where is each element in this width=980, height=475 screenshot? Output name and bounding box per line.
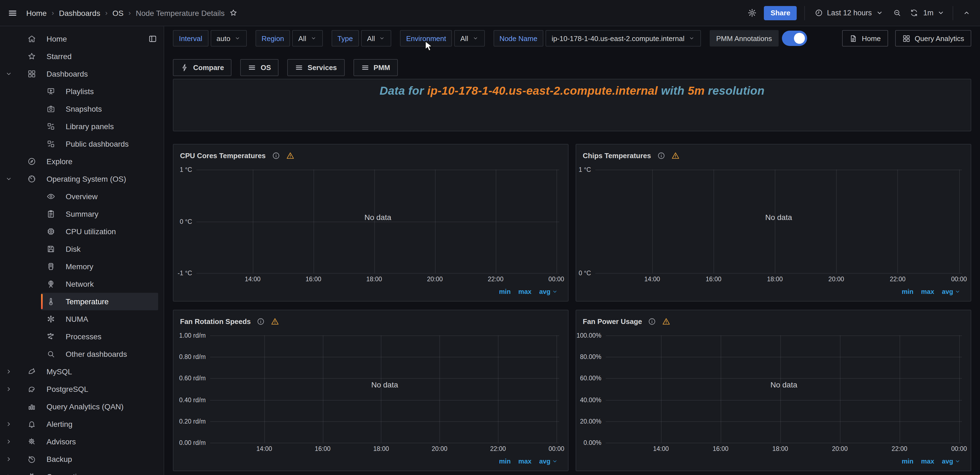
legend-item-max[interactable]: max	[921, 457, 934, 465]
plot-canvas[interactable]: No data	[595, 170, 962, 273]
panel-title[interactable]: Chips Temperatures	[583, 151, 651, 159]
info-icon[interactable]	[272, 151, 280, 159]
chevron-right-icon[interactable]	[5, 473, 14, 475]
warning-icon[interactable]	[662, 317, 671, 325]
sidebar-item-cpu-utilization[interactable]: CPU utilization	[0, 223, 164, 240]
dashboard-settings-gear-icon[interactable]	[746, 6, 759, 19]
sidebar-item-operating-system-os[interactable]: Operating System (OS)	[0, 170, 164, 188]
sidebar-item-connections[interactable]: Connections	[0, 468, 164, 475]
variable-value-region[interactable]: All	[292, 30, 323, 46]
legend-item-min[interactable]: min	[902, 457, 913, 465]
variable-label-type[interactable]: Type	[331, 30, 359, 46]
plot-canvas[interactable]: No data	[606, 335, 962, 443]
favorite-star-icon[interactable]	[229, 9, 237, 17]
sidebar-item-postgresql[interactable]: PostgreSQL	[0, 380, 164, 398]
warning-icon[interactable]	[671, 151, 679, 159]
time-range-picker[interactable]: Last 12 hours	[813, 7, 886, 19]
sidebar-item-summary[interactable]: Summary	[0, 205, 164, 223]
panel-title[interactable]: Fan Power Usage	[583, 317, 642, 325]
legend-item-avg[interactable]: avg	[942, 288, 961, 295]
sidebar-item-mysql[interactable]: MySQL	[0, 363, 164, 380]
sidebar-item-backup[interactable]: Backup	[0, 450, 164, 468]
variable-value-interval[interactable]: auto	[210, 30, 247, 46]
panel-fan-rotation-speeds: Fan Rotation Speeds1.00 rd/m0.80 rd/m0.6…	[173, 310, 568, 471]
sidebar-item-explore[interactable]: Explore	[0, 153, 164, 170]
menu-toggle-icon[interactable]	[8, 8, 18, 18]
chevron-right-icon[interactable]	[5, 455, 14, 463]
sidebar-item-home[interactable]: Home	[0, 30, 164, 48]
sidebar-item-playlists[interactable]: Playlists	[0, 83, 164, 100]
info-icon[interactable]	[257, 317, 265, 325]
refresh-icon[interactable]	[908, 7, 920, 19]
chevron-right-icon[interactable]	[5, 385, 14, 393]
legend-item-max[interactable]: max	[519, 457, 531, 465]
legend-item-min[interactable]: min	[499, 457, 511, 465]
info-icon[interactable]	[648, 317, 656, 325]
chevron-down-icon[interactable]	[5, 70, 14, 78]
warning-icon[interactable]	[286, 151, 294, 159]
sidebar-item-query-analytics-qan[interactable]: Query Analytics (QAN)	[0, 398, 164, 415]
sidebar-item-public-dashboards[interactable]: Public dashboards	[0, 135, 164, 153]
share-button[interactable]: Share	[764, 6, 797, 20]
panel-title[interactable]: Fan Rotation Speeds	[180, 317, 251, 325]
zoom-out-icon[interactable]	[891, 7, 903, 19]
plot-canvas[interactable]: No data	[210, 335, 559, 443]
legend-item-max[interactable]: max	[921, 288, 934, 295]
sidebar-item-overview[interactable]: Overview	[0, 188, 164, 205]
home-button[interactable]: Home	[842, 30, 888, 46]
sidebar-item-alerting[interactable]: Alerting	[0, 415, 164, 433]
sidebar-item-dashboards[interactable]: Dashboards	[0, 65, 164, 83]
legend-item-avg[interactable]: avg	[539, 288, 558, 295]
chevron-right-icon[interactable]	[5, 420, 14, 428]
variable-label-node-name[interactable]: Node Name	[493, 30, 543, 46]
sidebar-item-numa[interactable]: NUMA	[0, 310, 164, 328]
sidebar-item-library-panels[interactable]: Library panels	[0, 118, 164, 135]
gridline-vertical	[721, 335, 721, 443]
collapse-toolbar-caret-icon[interactable]	[961, 7, 972, 19]
refresh-interval-label[interactable]: 1m	[923, 9, 934, 17]
panel-title[interactable]: CPU Cores Temperatures	[180, 151, 266, 159]
variable-value-environment[interactable]: All	[454, 30, 485, 46]
dashboard-link-services[interactable]: Services	[287, 59, 344, 76]
sidebar-item-temperature[interactable]: Temperature	[0, 293, 164, 310]
sidebar-item-disk[interactable]: Disk	[0, 240, 164, 258]
variable-label-interval[interactable]: Interval	[173, 30, 208, 46]
breadcrumb-item-node-temperature-details[interactable]: Node Temperature Details	[136, 8, 224, 17]
sidebar-item-advisors[interactable]: Advisors	[0, 433, 164, 450]
dashboard-link-os[interactable]: OS	[240, 59, 279, 76]
gridline-vertical	[840, 335, 840, 443]
plot-canvas[interactable]: No data	[196, 170, 559, 273]
collapse-sidebar-icon[interactable]	[148, 35, 157, 43]
legend-item-max[interactable]: max	[519, 288, 531, 295]
breadcrumb-item-os[interactable]: OS	[113, 8, 123, 17]
dashboard-link-compare[interactable]: Compare	[173, 59, 232, 76]
info-icon[interactable]	[657, 151, 665, 159]
chevron-right-icon[interactable]	[5, 368, 14, 375]
legend-item-min[interactable]: min	[902, 288, 913, 295]
sidebar-item-snapshots[interactable]: Snapshots	[0, 100, 164, 118]
variable-label-environment[interactable]: Environment	[400, 30, 452, 46]
pmm-annotations-toggle[interactable]	[782, 31, 807, 46]
chevron-down-icon[interactable]	[937, 9, 945, 17]
legend-item-min[interactable]: min	[499, 288, 511, 295]
warning-icon[interactable]	[271, 317, 279, 325]
variable-label-region[interactable]: Region	[256, 30, 290, 46]
breadcrumb-item-dashboards[interactable]: Dashboards	[59, 8, 100, 17]
library-icon	[46, 122, 55, 131]
sidebar-item-other-dashboards[interactable]: Other dashboards	[0, 345, 164, 363]
breadcrumb-item-home[interactable]: Home	[26, 8, 47, 17]
list-icon	[361, 64, 369, 72]
chevron-down-icon[interactable]	[5, 175, 14, 183]
legend-item-avg[interactable]: avg	[539, 457, 558, 465]
sidebar-item-network[interactable]: Network	[0, 275, 164, 293]
dashboard-link-pmm[interactable]: PMM	[353, 59, 398, 76]
sidebar-item-processes[interactable]: Processes	[0, 328, 164, 345]
sidebar-item-memory[interactable]: Memory	[0, 258, 164, 275]
gridline-vertical	[898, 170, 898, 273]
chevron-right-icon[interactable]	[5, 438, 14, 445]
query-analytics-button[interactable]: Query Analytics	[895, 30, 971, 46]
legend-item-avg[interactable]: avg	[942, 457, 961, 465]
sidebar-item-starred[interactable]: Starred	[0, 48, 164, 65]
variable-value-type[interactable]: All	[361, 30, 391, 46]
variable-value-node-name[interactable]: ip-10-178-1-40.us-east-2.compute.interna…	[546, 30, 701, 46]
